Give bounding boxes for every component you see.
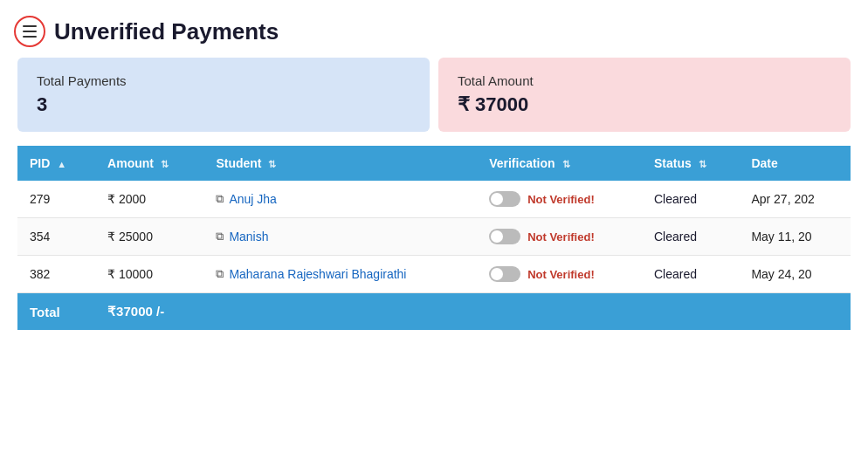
payments-table-wrapper: PID ▲ Amount ⇅ Student ⇅ Verification ⇅ … <box>17 146 851 330</box>
col-pid[interactable]: PID ▲ <box>17 146 95 181</box>
col-date-label: Date <box>751 156 777 170</box>
cell-verification[interactable]: Not Verified! <box>477 181 642 218</box>
verification-toggle[interactable] <box>489 229 520 244</box>
cell-amount: ₹ 10000 <box>95 256 203 293</box>
col-student[interactable]: Student ⇅ <box>203 146 477 181</box>
col-status-label: Status <box>654 156 692 170</box>
total-amount-value: ₹ 37000 <box>458 93 831 116</box>
col-verification-label: Verification <box>489 156 555 170</box>
student-name: Manish <box>229 230 268 244</box>
verification-toggle-wrap: Not Verified! <box>489 266 630 282</box>
student-name: Anuj Jha <box>229 192 276 206</box>
col-pid-label: PID <box>30 156 50 170</box>
menu-button[interactable] <box>14 16 45 47</box>
col-student-label: Student <box>216 156 261 170</box>
total-amount-label: Total Amount <box>458 73 831 88</box>
student-link[interactable]: ⧉Maharana Rajeshwari Bhagirathi <box>216 267 465 281</box>
cell-amount: ₹ 25000 <box>95 218 203 256</box>
table-row: 382₹ 10000⧉Maharana Rajeshwari Bhagirath… <box>17 256 851 293</box>
not-verified-label: Not Verified! <box>527 230 595 244</box>
table-header-row: PID ▲ Amount ⇅ Student ⇅ Verification ⇅ … <box>17 146 851 181</box>
cell-student[interactable]: ⧉Maharana Rajeshwari Bhagirathi <box>203 256 477 293</box>
table-row: 354₹ 25000⧉ManishNot Verified!ClearedMay… <box>17 218 851 256</box>
sort-pid-icon: ▲ <box>57 159 66 169</box>
table-row: 279₹ 2000⧉Anuj JhaNot Verified!ClearedAp… <box>17 181 851 218</box>
student-name: Maharana Rajeshwari Bhagirathi <box>229 267 406 281</box>
total-payments-value: 3 <box>37 93 410 116</box>
hamburger-icon <box>23 25 37 38</box>
page-title: Unverified Payments <box>54 18 279 45</box>
payments-table: PID ▲ Amount ⇅ Student ⇅ Verification ⇅ … <box>17 146 851 330</box>
cell-status: Cleared <box>642 256 739 293</box>
sort-student-icon: ⇅ <box>268 159 276 170</box>
not-verified-label: Not Verified! <box>527 268 595 281</box>
verification-toggle-wrap: Not Verified! <box>489 229 630 244</box>
sort-amount-icon: ⇅ <box>161 159 169 170</box>
verification-toggle[interactable] <box>489 191 520 207</box>
col-date: Date <box>739 146 851 181</box>
verification-toggle[interactable] <box>489 266 520 282</box>
external-link-icon: ⧉ <box>216 192 224 206</box>
cell-date: May 11, 20 <box>739 218 851 256</box>
cell-verification[interactable]: Not Verified! <box>477 218 642 256</box>
external-link-icon: ⧉ <box>216 230 224 244</box>
sort-verification-icon: ⇅ <box>562 159 570 170</box>
student-link[interactable]: ⧉Manish <box>216 230 465 244</box>
external-link-icon: ⧉ <box>216 267 224 281</box>
cell-date: Apr 27, 202 <box>739 181 851 218</box>
student-link[interactable]: ⧉Anuj Jha <box>216 192 465 206</box>
sort-status-icon: ⇅ <box>699 159 706 170</box>
total-amount-card: Total Amount ₹ 37000 <box>438 58 851 132</box>
table-footer-row: Total ₹37000 /- <box>17 293 851 331</box>
summary-row: Total Payments 3 Total Amount ₹ 37000 <box>17 58 851 132</box>
cell-status: Cleared <box>642 181 739 218</box>
col-amount-label: Amount <box>107 156 154 170</box>
col-status[interactable]: Status ⇅ <box>642 146 739 181</box>
cell-status: Cleared <box>642 218 739 256</box>
cell-amount: ₹ 2000 <box>95 181 203 218</box>
cell-pid: 354 <box>17 218 95 256</box>
cell-verification[interactable]: Not Verified! <box>477 256 642 293</box>
footer-total-value: ₹37000 /- <box>95 293 851 331</box>
total-payments-card: Total Payments 3 <box>17 58 430 132</box>
cell-pid: 382 <box>17 256 95 293</box>
cell-student[interactable]: ⧉Anuj Jha <box>203 181 477 218</box>
verification-toggle-wrap: Not Verified! <box>489 191 630 207</box>
cell-student[interactable]: ⧉Manish <box>203 218 477 256</box>
col-amount[interactable]: Amount ⇅ <box>95 146 203 181</box>
cell-pid: 279 <box>17 181 95 218</box>
page-header: Unverified Payments <box>0 0 868 58</box>
cell-date: May 24, 20 <box>739 256 851 293</box>
total-payments-label: Total Payments <box>37 73 410 88</box>
not-verified-label: Not Verified! <box>527 193 595 206</box>
col-verification[interactable]: Verification ⇅ <box>477 146 642 181</box>
footer-total-label: Total <box>17 293 95 331</box>
